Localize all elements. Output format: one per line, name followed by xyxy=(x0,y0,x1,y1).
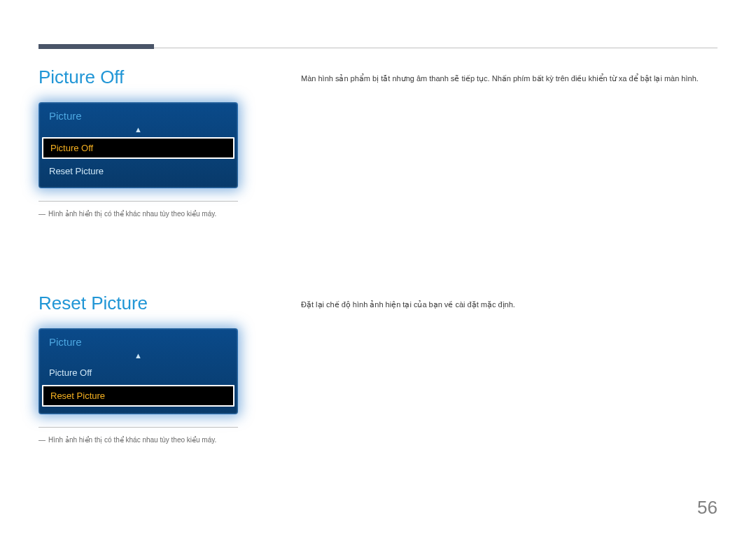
section-left-column: Picture Off Picture ▲ Picture Off Reset … xyxy=(38,66,270,219)
section-right-column: Màn hình sản phẩm bị tắt nhưng âm thanh … xyxy=(301,66,718,219)
menu-item-picture-off[interactable]: Picture Off xyxy=(42,137,234,159)
chevron-up-icon: ▲ xyxy=(39,352,237,362)
osd-menu-reset-picture: Picture ▲ Picture Off Reset Picture xyxy=(38,328,238,414)
section-picture-off: Picture Off Picture ▲ Picture Off Reset … xyxy=(38,66,718,219)
page-number: 56 xyxy=(697,497,718,519)
section-title: Reset Picture xyxy=(38,293,270,314)
section-left-column: Reset Picture Picture ▲ Picture Off Rese… xyxy=(38,293,270,445)
section-right-column: Đặt lại chế độ hình ảnh hiện tại của bạn… xyxy=(301,293,718,445)
note-divider xyxy=(38,201,238,202)
menu-header: Picture xyxy=(39,103,237,126)
note-text: ―Hình ảnh hiển thị có thể khác nhau tùy … xyxy=(38,209,270,219)
note-text: ―Hình ảnh hiển thị có thể khác nhau tùy … xyxy=(38,435,270,445)
osd-menu-picture-off: Picture ▲ Picture Off Reset Picture xyxy=(38,102,238,188)
menu-item-picture-off[interactable]: Picture Off xyxy=(39,362,237,384)
section-reset-picture: Reset Picture Picture ▲ Picture Off Rese… xyxy=(38,293,718,445)
menu-header: Picture xyxy=(39,329,237,352)
section-title: Picture Off xyxy=(38,66,270,88)
menu-item-reset-picture[interactable]: Reset Picture xyxy=(39,160,237,182)
menu-item-reset-picture[interactable]: Reset Picture xyxy=(42,385,234,407)
header-accent-bar xyxy=(38,44,154,49)
section-description: Đặt lại chế độ hình ảnh hiện tại của bạn… xyxy=(301,298,718,311)
chevron-up-icon: ▲ xyxy=(39,126,237,136)
note-divider xyxy=(38,427,238,428)
section-description: Màn hình sản phẩm bị tắt nhưng âm thanh … xyxy=(301,72,718,85)
